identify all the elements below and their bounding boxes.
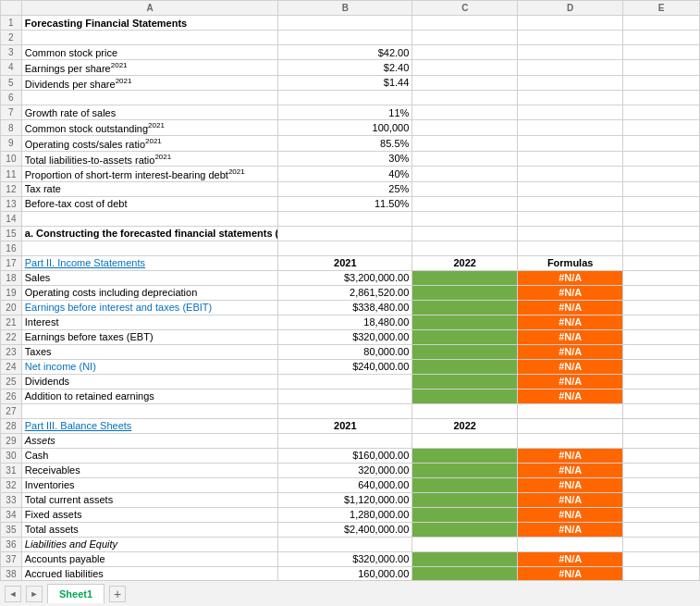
cell-a-30[interactable]: Cash (21, 448, 278, 463)
cell-e-3[interactable] (623, 45, 700, 60)
cell-e-35[interactable] (623, 522, 700, 537)
cell-d-7[interactable] (518, 105, 623, 120)
cell-c-14[interactable] (412, 211, 518, 226)
cell-a-25[interactable]: Dividends (21, 374, 278, 389)
cell-b-7[interactable]: 11% (278, 105, 412, 120)
cell-a-11[interactable]: Proportion of short-term interest-bearin… (21, 167, 278, 182)
cell-c-19[interactable] (412, 285, 518, 300)
cell-d-29[interactable] (518, 433, 623, 448)
cell-b-38[interactable]: 160,000.00 (278, 566, 412, 580)
cell-e-19[interactable] (623, 285, 700, 300)
cell-d-6[interactable] (518, 91, 623, 105)
cell-c-36[interactable] (412, 537, 518, 551)
cell-d-30[interactable]: #N/A (518, 448, 623, 463)
cell-d-18[interactable]: #N/A (518, 270, 623, 285)
cell-b-27[interactable] (278, 403, 412, 418)
cell-a-7[interactable]: Growth rate of sales (21, 105, 278, 120)
cell-e-1[interactable] (623, 16, 700, 31)
cell-a-20[interactable]: Earnings before interest and taxes (EBIT… (21, 300, 278, 315)
cell-a-34[interactable]: Fixed assets (21, 507, 278, 522)
cell-b-15[interactable] (278, 226, 412, 241)
cell-a-36[interactable]: Liabilities and Equity (21, 537, 278, 551)
cell-a-26[interactable]: Addition to retained earnings (21, 389, 278, 403)
cell-e-18[interactable] (623, 270, 700, 285)
cell-d-5[interactable] (518, 75, 623, 91)
cell-d-28[interactable] (518, 418, 623, 433)
cell-c-8[interactable] (412, 120, 518, 136)
cell-c-35[interactable] (412, 522, 518, 537)
cell-b-29[interactable] (278, 433, 412, 448)
cell-a-14[interactable] (21, 211, 278, 226)
cell-b-20[interactable]: $338,480.00 (278, 300, 412, 315)
cell-b-4[interactable]: $2.40 (278, 60, 412, 76)
cell-a-29[interactable]: Assets (21, 433, 278, 448)
cell-e-37[interactable] (623, 551, 700, 566)
cell-c-18[interactable] (412, 270, 518, 285)
cell-b-30[interactable]: $160,000.00 (278, 448, 412, 463)
cell-b-17[interactable]: 2021 (278, 255, 412, 270)
cell-b-5[interactable]: $1.44 (278, 75, 412, 91)
cell-d-4[interactable] (518, 60, 623, 76)
cell-a-3[interactable]: Common stock price (21, 45, 278, 60)
cell-c-32[interactable] (412, 477, 518, 492)
cell-b-8[interactable]: 100,000 (278, 120, 412, 136)
cell-e-32[interactable] (623, 477, 700, 492)
cell-c-31[interactable] (412, 463, 518, 477)
cell-b-35[interactable]: $2,400,000.00 (278, 522, 412, 537)
cell-c-11[interactable] (412, 167, 518, 182)
cell-b-21[interactable]: 18,480.00 (278, 315, 412, 329)
cell-e-34[interactable] (623, 507, 700, 522)
cell-e-26[interactable] (623, 389, 700, 403)
cell-c-37[interactable] (412, 551, 518, 566)
cell-b-32[interactable]: 640,000.00 (278, 477, 412, 492)
cell-d-33[interactable]: #N/A (518, 492, 623, 507)
cell-a-37[interactable]: Accounts payable (21, 551, 278, 566)
cell-a-2[interactable] (21, 31, 278, 45)
cell-d-16[interactable] (518, 241, 623, 255)
cell-e-22[interactable] (623, 329, 700, 344)
cell-d-25[interactable]: #N/A (518, 374, 623, 389)
sheet-nav-prev[interactable]: ◄ (5, 586, 21, 602)
cell-c-13[interactable] (412, 196, 518, 211)
cell-c-24[interactable] (412, 359, 518, 374)
cell-c-26[interactable] (412, 389, 518, 403)
cell-e-5[interactable] (623, 75, 700, 91)
cell-e-24[interactable] (623, 359, 700, 374)
cell-a-13[interactable]: Before-tax cost of debt (21, 196, 278, 211)
cell-c-20[interactable] (412, 300, 518, 315)
cell-a-27[interactable] (21, 403, 278, 418)
cell-b-18[interactable]: $3,200,000.00 (278, 270, 412, 285)
cell-e-14[interactable] (623, 211, 700, 226)
cell-a-35[interactable]: Total assets (21, 522, 278, 537)
cell-b-9[interactable]: 85.5% (278, 135, 412, 151)
cell-c-25[interactable] (412, 374, 518, 389)
cell-e-10[interactable] (623, 151, 700, 167)
cell-c-12[interactable] (412, 181, 518, 196)
cell-e-21[interactable] (623, 315, 700, 329)
sheet-nav-next[interactable]: ► (26, 586, 43, 602)
cell-d-22[interactable]: #N/A (518, 329, 623, 344)
cell-a-31[interactable]: Receivables (21, 463, 278, 477)
cell-d-24[interactable]: #N/A (518, 359, 623, 374)
cell-a-38[interactable]: Accrued liabilities (21, 566, 278, 580)
cell-c-30[interactable] (412, 448, 518, 463)
cell-e-7[interactable] (623, 105, 700, 120)
cell-a-6[interactable] (21, 91, 278, 105)
cell-b-34[interactable]: 1,280,000.00 (278, 507, 412, 522)
cell-a-21[interactable]: Interest (21, 315, 278, 329)
cell-c-17[interactable]: 2022 (412, 255, 518, 270)
cell-d-1[interactable] (518, 16, 623, 31)
cell-b-2[interactable] (278, 31, 412, 45)
cell-d-12[interactable] (518, 181, 623, 196)
cell-c-34[interactable] (412, 507, 518, 522)
cell-d-13[interactable] (518, 196, 623, 211)
cell-b-13[interactable]: 11.50% (278, 196, 412, 211)
cell-c-7[interactable] (412, 105, 518, 120)
cell-b-14[interactable] (278, 211, 412, 226)
cell-c-27[interactable] (412, 403, 518, 418)
cell-b-33[interactable]: $1,120,000.00 (278, 492, 412, 507)
cell-b-1[interactable] (278, 16, 412, 31)
cell-c-2[interactable] (412, 31, 518, 45)
cell-c-3[interactable] (412, 45, 518, 60)
cell-a-24[interactable]: Net income (NI) (21, 359, 278, 374)
